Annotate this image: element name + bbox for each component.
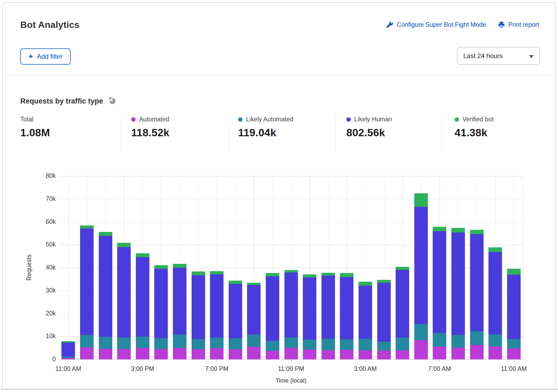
bar-segment-likely-automated xyxy=(80,335,94,347)
stat-label: Verified bot xyxy=(462,116,494,123)
bar-segment-verified-bot xyxy=(396,267,409,270)
bar-500am[interactable] xyxy=(396,267,409,359)
bar-segment-likely-human xyxy=(117,247,131,337)
bar-segment-likely-human xyxy=(303,277,316,340)
bar-1100pm[interactable] xyxy=(284,270,298,359)
add-filter-button[interactable]: + Add filter xyxy=(20,48,71,65)
bottom-divider xyxy=(0,389,558,390)
bar-segment-likely-human xyxy=(321,275,335,339)
bar-segment-likely-automated xyxy=(136,337,149,348)
bar-segment-likely-human xyxy=(266,276,279,341)
bar-segment-likely-human xyxy=(451,232,465,335)
bar-300am[interactable] xyxy=(359,282,372,359)
bar-200pm[interactable] xyxy=(117,243,131,359)
stat-verified-bot[interactable]: Verified bot 41.38k xyxy=(455,116,494,139)
bar-segment-verified-bot xyxy=(247,283,261,285)
bar-segment-verified-bot xyxy=(433,227,446,231)
bar-1100am[interactable] xyxy=(507,269,521,359)
stat-label: Likely Human xyxy=(354,116,392,123)
bar-segment-automated xyxy=(284,348,298,359)
bar-segment-verified-bot xyxy=(303,274,316,277)
bar-segment-verified-bot xyxy=(470,230,484,234)
bar-segment-likely-human xyxy=(99,236,112,337)
bar-1200am[interactable] xyxy=(303,274,316,359)
bar-500pm[interactable] xyxy=(173,264,186,359)
bar-segment-automated xyxy=(247,347,261,359)
bar-segment-automated xyxy=(470,345,484,359)
stat-separator xyxy=(229,115,229,154)
bar-segment-likely-automated xyxy=(229,338,242,349)
bar-segment-likely-automated xyxy=(99,337,112,349)
bar-segment-likely-human xyxy=(359,285,372,339)
bar-segment-automated xyxy=(488,347,502,359)
bar-segment-likely-human xyxy=(470,234,484,331)
bar-segment-likely-automated xyxy=(192,339,205,350)
bar-segment-likely-automated xyxy=(303,340,316,349)
bar-segment-verified-bot xyxy=(80,225,94,228)
bar-600pm[interactable] xyxy=(192,271,205,359)
bar-700pm[interactable] xyxy=(210,271,224,359)
bar-1100am[interactable] xyxy=(61,341,75,359)
bar-segment-likely-automated xyxy=(414,324,428,340)
bar-800pm[interactable] xyxy=(229,281,242,359)
bar-segment-likely-automated xyxy=(451,335,465,348)
bar-800am[interactable] xyxy=(451,228,465,359)
section-header: Requests by traffic type xyxy=(20,96,116,106)
stat-total: Total 1.08M xyxy=(20,116,50,139)
bar-1000am[interactable] xyxy=(488,247,502,359)
stat-automated[interactable]: Automated 118.52k xyxy=(131,116,169,139)
stat-likely-automated[interactable]: Likely Automated 119.04k xyxy=(238,116,293,139)
bar-segment-verified-bot xyxy=(340,273,353,277)
bar-100pm[interactable] xyxy=(99,232,112,359)
bar-segment-likely-automated xyxy=(247,335,261,347)
bar-segment-likely-automated xyxy=(359,339,372,350)
verified-bot-legend-dot xyxy=(455,117,459,122)
bar-segment-likely-automated xyxy=(210,338,224,348)
bar-segment-likely-human xyxy=(488,252,502,335)
bar-segment-likely-automated xyxy=(470,331,484,345)
bar-segment-verified-bot xyxy=(266,273,279,276)
bar-segment-verified-bot xyxy=(154,265,168,269)
bar-segment-automated xyxy=(80,347,94,359)
header-links: Configure Super Bot Fight Mode Print rep… xyxy=(386,21,539,28)
stat-label: Automated xyxy=(139,116,169,123)
bar-segment-likely-human xyxy=(210,274,224,338)
bar-200am[interactable] xyxy=(340,273,353,359)
bar-segment-automated xyxy=(414,340,428,359)
time-range-value: Last 24 hours xyxy=(463,52,503,60)
bar-700am[interactable] xyxy=(433,227,446,359)
bar-300pm[interactable] xyxy=(136,253,149,359)
bar-1200pm[interactable] xyxy=(80,225,94,359)
bar-segment-likely-automated xyxy=(433,333,446,347)
bar-600am[interactable] xyxy=(414,193,428,359)
wrench-icon xyxy=(386,21,393,28)
bar-segment-verified-bot xyxy=(507,269,521,275)
bar-segment-automated xyxy=(136,348,149,359)
bar-segment-likely-human xyxy=(173,268,186,335)
bar-segment-likely-automated xyxy=(488,334,502,346)
add-filter-label: Add filter xyxy=(37,53,63,60)
bar-400am[interactable] xyxy=(377,280,391,359)
stat-value: 802.56k xyxy=(346,127,392,139)
bar-1000pm[interactable] xyxy=(266,273,279,359)
bar-segment-likely-automated xyxy=(173,335,186,348)
print-report-link[interactable]: Print report xyxy=(498,21,539,28)
bar-segment-likely-automated xyxy=(154,338,168,349)
stat-value: 118.52k xyxy=(131,127,169,139)
bar-segment-likely-human xyxy=(247,285,261,335)
bar-segment-verified-bot xyxy=(192,271,205,275)
bar-900pm[interactable] xyxy=(247,283,261,359)
bar-segment-verified-bot xyxy=(229,281,242,284)
bar-segment-verified-bot xyxy=(284,270,298,272)
bar-400pm[interactable] xyxy=(154,265,168,359)
stat-likely-human[interactable]: Likely Human 802.56k xyxy=(346,116,392,139)
bar-100am[interactable] xyxy=(321,273,335,359)
configure-super-bot-fight-mode-link[interactable]: Configure Super Bot Fight Mode xyxy=(386,21,486,28)
bar-segment-likely-human xyxy=(136,257,149,337)
time-range-select[interactable]: Last 24 hours xyxy=(457,47,540,65)
bar-900am[interactable] xyxy=(470,230,484,359)
bar-segment-likely-automated xyxy=(266,341,279,351)
bar-segment-likely-automated xyxy=(377,342,391,351)
bar-segment-automated xyxy=(377,351,391,359)
configure-link-label: Configure Super Bot Fight Mode xyxy=(397,21,486,28)
